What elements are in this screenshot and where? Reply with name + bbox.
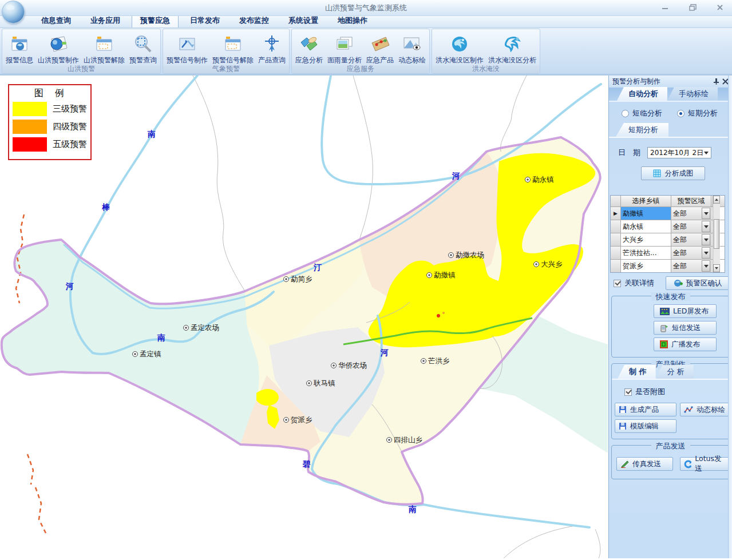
chevron-down-icon[interactable]	[702, 221, 710, 232]
tab-auto-analysis[interactable]: 自动分析	[617, 87, 667, 101]
tab-manual-draw[interactable]: 手动标绘	[667, 87, 718, 101]
table-row[interactable]: 芒洪拉祜... 全部 三	[611, 246, 725, 259]
related-details-checkbox[interactable]	[614, 280, 621, 287]
signal-clear-button[interactable]: 预警信号解除	[210, 30, 256, 65]
place-label: 耿马镇	[313, 379, 335, 387]
ribbon-group-weather-warning: 预警信号制作 预警信号解除 产品查询 气象预警	[163, 29, 290, 74]
fax-send-button[interactable]: 传真发送	[616, 457, 673, 471]
menu-tab-map-operations[interactable]: 地图操作	[330, 14, 375, 27]
area-dropdown[interactable]: 全部	[671, 233, 711, 246]
flood-warning-make-button[interactable]: 山洪预警制作	[35, 30, 81, 65]
flood-warning-clear-button[interactable]: 山洪预警解除	[81, 30, 127, 65]
warning-query-button[interactable]: 预警查询	[127, 30, 159, 65]
river-label: 南	[147, 129, 156, 138]
place-label: 四排山乡	[394, 435, 423, 444]
emergency-analysis-icon	[299, 33, 319, 55]
dynamic-draw-icon	[684, 406, 693, 414]
emergency-analysis-button[interactable]: 应急分析	[293, 30, 325, 65]
river-label: 河	[452, 171, 460, 180]
product-send-group: 产品发送 传真发送 Lotus发送	[611, 445, 730, 479]
group-caption: 产品发送	[651, 442, 690, 450]
legend-title: 图 例	[13, 88, 87, 100]
product-make-group: 产品制作 制 作 分 析 是否附图 生成产品 动态标绘	[611, 363, 730, 439]
minimize-icon	[662, 4, 668, 11]
chevron-down-icon[interactable]	[702, 234, 710, 245]
place-label: 勐永镇	[532, 175, 554, 184]
area-dropdown[interactable]: 全部	[671, 220, 711, 233]
close-button[interactable]	[713, 2, 727, 13]
menu-tab-info-query[interactable]: 信息查询	[33, 14, 79, 27]
table-row[interactable]: 大兴乡 全部 三	[611, 233, 725, 246]
window-title: 山洪预警与气象监测系统	[0, 3, 732, 13]
emergency-product-button[interactable]: 应急产品	[364, 30, 396, 65]
sms-send-button[interactable]: 短信发送	[654, 321, 717, 335]
date-row: 日 期 2012年10月 2日	[609, 138, 732, 158]
map-canvas[interactable]: 勐永镇 大兴乡 勐撒农场 勐撒镇 勐简乡 孟定农场 孟定镇 华侨农场 耿马镇 芒…	[0, 76, 608, 558]
table-row[interactable]: 勐永镇 全部 三	[611, 220, 725, 233]
rainfall-analysis-button[interactable]: 面雨量分析	[325, 30, 364, 65]
scrollbar-thumb[interactable]	[714, 219, 719, 249]
app-logo-globe-icon	[2, 1, 25, 23]
flood-zone-analysis-button[interactable]: 洪水淹没区分析	[486, 30, 539, 65]
panel-title: 预警分析与制作	[612, 77, 711, 86]
menu-tab-daily-publish[interactable]: 日常发布	[182, 14, 228, 27]
radio-icon	[622, 110, 629, 117]
place-label: 孟定农场	[191, 323, 219, 332]
river-label: 南	[157, 333, 165, 342]
maximize-icon	[689, 4, 697, 11]
area-dropdown[interactable]: 全部	[671, 247, 711, 259]
menu-tab-publish-monitor[interactable]: 发布监控	[231, 14, 277, 27]
save-icon	[619, 406, 627, 414]
panel-scrollbar[interactable]	[728, 76, 732, 558]
table-row[interactable]: 贺派乡 全部 三	[611, 259, 725, 272]
area-dropdown[interactable]: 全部	[671, 260, 711, 272]
dynamic-plot-button[interactable]: 动态标绘	[396, 30, 428, 65]
pin-button[interactable]	[711, 77, 721, 86]
attach-map-checkbox[interactable]	[624, 388, 632, 396]
table-row[interactable]: ▶ 勐撒镇 全部 四	[611, 206, 725, 220]
flood-zone-make-button[interactable]: 洪水淹没区制作	[433, 30, 486, 65]
close-icon	[717, 4, 723, 11]
scroll-down-icon[interactable]	[713, 264, 720, 272]
area-dropdown[interactable]: 全部	[671, 207, 711, 220]
signal-make-icon	[177, 33, 197, 55]
flood-zone-analysis-icon	[502, 33, 522, 55]
chevron-down-icon[interactable]	[702, 260, 710, 272]
ribbon-group-emergency-service: 应急分析 面雨量分析 应急产品 动态标绘 应急服务	[291, 29, 430, 74]
river-label: 南	[408, 505, 417, 514]
menu-tab-business[interactable]: 业务应用	[82, 14, 128, 27]
alarm-info-button[interactable]: 报警信息	[3, 30, 35, 65]
hazard-point	[437, 314, 440, 317]
river-label: 碧	[302, 459, 311, 468]
broadcast-publish-button[interactable]: 广播发布	[654, 337, 717, 351]
analysis-mode-radios: 短临分析 短期分析	[609, 102, 732, 124]
subtab-short-term[interactable]: 短期分析	[616, 123, 668, 137]
flood-warning-make-icon	[48, 33, 69, 55]
warning-query-icon	[133, 33, 153, 55]
river-label: 棒	[101, 202, 110, 212]
radio-short-nowcast[interactable]: 短临分析	[622, 108, 662, 118]
minimize-button[interactable]	[658, 2, 672, 13]
scroll-up-icon[interactable]	[713, 196, 720, 204]
chevron-down-icon[interactable]	[702, 247, 710, 259]
signal-make-button[interactable]: 预警信号制作	[164, 30, 210, 65]
product-query-button[interactable]: 产品查询	[256, 30, 288, 65]
pin-icon	[713, 78, 719, 85]
chevron-down-icon[interactable]	[702, 208, 710, 219]
river-label: 河	[65, 281, 74, 291]
analyze-map-button[interactable]: 分析成图	[641, 166, 705, 180]
menu-tab-system-settings[interactable]: 系统设置	[280, 14, 326, 27]
radio-short-term[interactable]: 短期分析	[677, 108, 718, 118]
dynamic-draw-button[interactable]: 动态标绘	[680, 403, 732, 416]
led-publish-button[interactable]: LED屏发布	[654, 304, 717, 318]
confirm-warning-area-button[interactable]: 预警区确认	[666, 276, 730, 290]
template-edit-button[interactable]: 模版编辑	[615, 419, 676, 433]
lotus-send-button[interactable]: Lotus发送	[680, 457, 729, 471]
date-dropdown[interactable]: 2012年10月 2日	[647, 147, 711, 158]
maximize-button[interactable]	[685, 2, 700, 13]
ribbon-group-caption: 应急服务	[292, 65, 429, 73]
emergency-product-icon	[370, 33, 390, 55]
column-header-area: 预警区域	[671, 196, 711, 206]
table-scrollbar[interactable]	[713, 196, 720, 272]
generate-product-button[interactable]: 生成产品	[615, 403, 676, 416]
